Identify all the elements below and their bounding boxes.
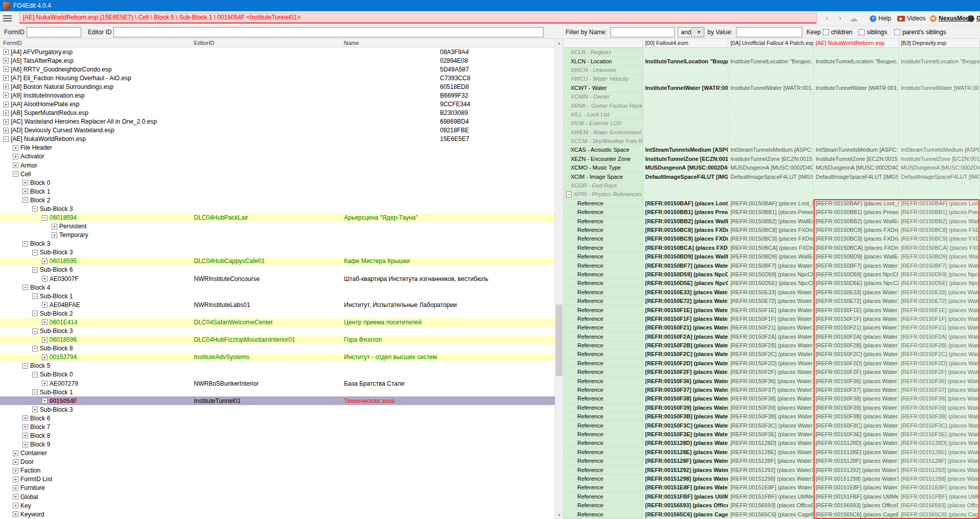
grid-row[interactable]: −XPRI - Physics References (so... — [564, 190, 980, 199]
grid-row[interactable]: Reference[REFR:00150BB1] (places Prewar_… — [564, 208, 980, 217]
scrollbar-thumb[interactable] — [556, 304, 562, 376]
grid-cell[interactable]: [REFR:00150F2D] (places Water10... — [899, 359, 980, 368]
tree-row[interactable]: + AE03007F NWRInstituteConcourse Штаб-кв… — [0, 274, 555, 283]
grid-header-spacer[interactable] — [564, 39, 643, 48]
grid-cell[interactable]: [REFR:001565C6] (places CageBu... — [643, 510, 728, 518]
grid-cell[interactable]: [REFR:00150E72] (places Water10... — [728, 297, 814, 305]
grid-row[interactable]: XCMO - Music TypeMUSDungeonA [MUSC:0002D… — [564, 163, 980, 172]
grid-cell[interactable]: InstituteTunnelWater [WATR:001... — [814, 84, 899, 92]
tree-row[interactable]: + [AB] SuperMutantRedux.esp B2303089 — [0, 109, 555, 117]
grid-cell[interactable]: [REFR:0015128D] (places Water10... — [814, 439, 899, 447]
by-value-input[interactable] — [736, 27, 802, 37]
grid-cell[interactable]: [REFR:00150D5E] (places NpcCha... — [814, 279, 899, 288]
grid-cell[interactable]: [REFR:00150BB1] (places Prewar_... — [814, 208, 899, 217]
grid-cell[interactable]: [REFR:00150F39] (places Water10... — [814, 404, 899, 412]
grid-cell[interactable]: [REFR:00150F3E] (places Water10... — [814, 430, 899, 439]
grid-row[interactable]: Reference[REFR:00150BC9] (places FXDrips… — [564, 234, 980, 243]
grid-cell[interactable]: [REFR:00150BCA] (places FXDrips... — [899, 244, 980, 252]
tree-row[interactable]: + 00153794 InstituteAdvSystems Институт … — [0, 353, 555, 362]
grid-cell[interactable] — [814, 137, 899, 146]
grid-cell[interactable]: IntSteamTunnelsMedium [ASPC:... — [643, 146, 728, 154]
tree-row[interactable]: + 0601E414 DLC04SafariWelcomeCenter Цент… — [0, 318, 555, 326]
expander-icon[interactable]: − — [566, 192, 572, 197]
grid-cell[interactable]: [REFR:00150BCA] (places FXDrips... — [814, 244, 899, 252]
grid-cell[interactable]: [REFR:00150F3E] (places Water10... — [899, 430, 980, 439]
tree-row[interactable]: + Keyword — [0, 510, 555, 518]
nav-forward-button[interactable]: › — [834, 13, 846, 23]
grid-cell[interactable]: [REFR:00150F37] (places Water10... — [728, 386, 814, 394]
grid-row[interactable]: Reference[REFR:00150F1F] (places Water10… — [564, 315, 980, 323]
grid-cell[interactable]: [REFR:00150F38] (places Water10... — [899, 394, 980, 403]
grid-cell[interactable]: [REFR:00150BCA] (places FXDrips... — [728, 244, 814, 252]
grid-cell[interactable] — [899, 190, 980, 199]
grid-cell[interactable]: [REFR:00150F21] (places Water10... — [728, 323, 814, 332]
grid-cell[interactable]: [REFR:00151298] (places Water10... — [899, 475, 980, 483]
keep-parents-siblings-checkbox[interactable]: parent's siblings — [894, 29, 946, 36]
grid-cell[interactable]: [REFR:0015128D] (places Water10... — [899, 439, 980, 447]
grid-row[interactable]: XWCU - Water Velocity — [564, 75, 980, 83]
expander-icon[interactable]: − — [22, 363, 28, 369]
expander-icon[interactable]: − — [32, 328, 38, 334]
tree-row[interactable]: + Armor — [0, 161, 555, 170]
grid-cell[interactable]: [REFR:00150F3B] (places Water10... — [643, 412, 728, 421]
tree-row[interactable]: + Block 0 — [0, 178, 555, 187]
grid-cell[interactable]: [REFR:00156593] (places OfficeD... — [728, 501, 814, 510]
grid-cell[interactable]: [REFR:00150F36] (places Water10... — [643, 376, 728, 385]
grid-cell[interactable]: [REFR:00150BAF] (places Loot_Pr... — [643, 199, 728, 208]
grid-cell[interactable]: [REFR:00150F3E] (places Water10... — [728, 430, 814, 439]
expander-icon[interactable]: + — [42, 276, 47, 281]
expander-icon[interactable]: + — [42, 337, 47, 343]
tree-row[interactable]: − Sub-Block 3 — [0, 248, 555, 257]
grid-cell[interactable]: [REFR:00150BF7] (places Water10... — [899, 261, 980, 270]
grid-cell[interactable]: [REFR:00150BAF] (places Loot_Pr... — [899, 199, 980, 208]
grid-cell[interactable]: InstituteTunnelWater [WATR:001... — [643, 84, 728, 92]
formid-filter-input[interactable] — [27, 27, 81, 37]
grid-cell[interactable] — [899, 66, 980, 75]
grid-row[interactable]: XEZN - Encounter ZoneInstituteTunnelZone… — [564, 155, 980, 163]
grid-cell[interactable]: [REFR:00150D59] (places NpcCha... — [643, 270, 728, 279]
tree-row[interactable]: + [A7] Eli_Faction Housing Overhaul - Ai… — [0, 74, 555, 82]
grid-cell[interactable]: [REFR:00150BD9] (places WallEm... — [643, 252, 728, 261]
expander-icon[interactable]: + — [22, 424, 28, 430]
grid-cell[interactable]: [REFR:00151292] (places Water10... — [643, 465, 728, 474]
expander-icon[interactable]: − — [22, 285, 28, 290]
expander-icon[interactable]: + — [3, 92, 9, 98]
grid-cell[interactable] — [643, 66, 728, 75]
tree-row[interactable]: − Sub-Block 3 — [0, 327, 555, 336]
grid-cell[interactable]: [REFR:00150F3C] (places Water10... — [728, 421, 814, 430]
grid-cell[interactable]: [REFR:00150F2D] (places Water10... — [643, 359, 728, 368]
expander-icon[interactable]: + — [13, 485, 18, 491]
grid-cell[interactable] — [814, 66, 899, 75]
grid-row[interactable]: XILW - Exterior LOD — [564, 119, 980, 128]
grid-cell[interactable] — [814, 190, 899, 199]
grid-cell[interactable]: [REFR:00150BB2] (places WallEm... — [643, 217, 728, 225]
tree-row[interactable]: − 06018594 DLC04HubPackLair Арьерсцена "… — [0, 213, 555, 222]
grid-cell[interactable] — [728, 48, 814, 57]
grid-cell[interactable]: [REFR:00150F21] (places Water10... — [899, 323, 980, 332]
grid-column-header[interactable]: [AE] NukaWorldReborn.esp — [814, 39, 899, 48]
expander-icon[interactable]: − — [32, 250, 38, 255]
grid-cell[interactable]: InstituteTunnelLocation "Входно... — [728, 57, 814, 65]
grid-cell[interactable]: [REFR:001565C6] (places CageBu... — [728, 510, 814, 518]
tree-row[interactable]: + Sub-Block 3 — [0, 405, 555, 414]
grid-row[interactable]: Reference[REFR:0015128D] (places Water10… — [564, 439, 980, 447]
grid-cell[interactable]: [REFR:00150F1E] (places Water10... — [728, 305, 814, 314]
tree-column-name[interactable]: Name — [344, 40, 359, 46]
grid-cell[interactable]: [REFR:00150F39] (places Water10... — [899, 404, 980, 412]
grid-row[interactable]: Reference[REFR:00151FBF] (places UtilMet… — [564, 492, 980, 501]
tree-row[interactable]: − Sub-Block 3 — [0, 204, 555, 213]
tree-row[interactable]: + Door — [0, 458, 555, 466]
grid-cell[interactable]: [REFR:00156593] (places OfficeD... — [814, 501, 899, 510]
expander-icon[interactable]: − — [32, 293, 38, 299]
grid-row[interactable]: Reference[REFR:00150D5E] (places NpcCha.… — [564, 279, 980, 288]
tree-row[interactable]: + [AD] Deviously Cursed Wasteland.esp 09… — [0, 126, 555, 135]
expander-icon[interactable]: + — [13, 145, 18, 151]
grid-cell[interactable]: [REFR:00150F3C] (places Water10... — [814, 421, 899, 430]
grid-cell[interactable]: [REFR:00150BB2] (places WallEm... — [814, 217, 899, 225]
grid-row[interactable]: Reference[REFR:0015128F] (places Water10… — [564, 457, 980, 465]
grid-cell[interactable] — [814, 119, 899, 128]
grid-cell[interactable]: [REFR:00150D59] (places NpcCha... — [899, 270, 980, 279]
grid-row[interactable]: Reference[REFR:00150F3C] (places Water10… — [564, 421, 980, 430]
grid-cell[interactable]: [REFR:00151E8F] (places Water10... — [643, 483, 728, 492]
grid-cell[interactable]: [REFR:00150F2A] (places Water10... — [899, 333, 980, 341]
